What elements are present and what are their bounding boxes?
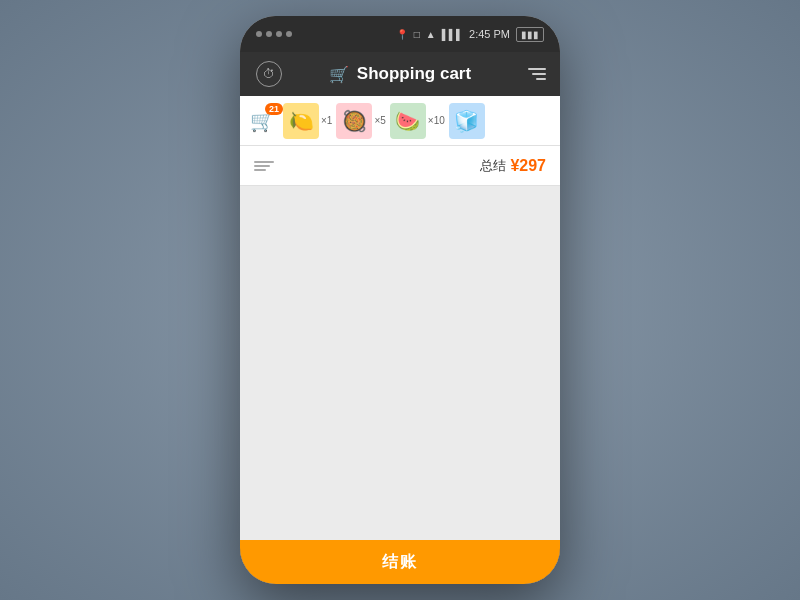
cart-count-wrapper: 🛒 21 (250, 109, 275, 133)
total-amount: 297 (519, 157, 546, 174)
sort-line-1 (254, 161, 274, 163)
total-price: ¥297 (510, 157, 546, 175)
message-icon: □ (414, 29, 420, 40)
currency-symbol: ¥ (510, 157, 519, 174)
status-right: 📍 □ ▲ ▌▌▌ 2:45 PM ▮▮▮ (396, 27, 544, 42)
sort-icon[interactable] (254, 161, 274, 171)
status-dots (256, 31, 292, 37)
product-item-3[interactable]: 🍉 ×10 (390, 103, 449, 139)
checkout-button-label: 结账 (382, 552, 418, 573)
clock-icon: ⏱ (263, 67, 275, 81)
location-icon: 📍 (396, 29, 408, 40)
back-button[interactable]: ⏱ (254, 59, 284, 89)
total-label: 总结 (480, 157, 506, 175)
product-img-3: 🍉 (390, 103, 426, 139)
product-qty-2: ×5 (374, 115, 385, 126)
signal-icon: ▌▌▌ (442, 29, 463, 40)
menu-line-2 (532, 73, 546, 75)
page-title: Shopping cart (357, 64, 471, 84)
product-item-1[interactable]: 🍋 ×1 (283, 103, 336, 139)
signal-dot-3 (276, 31, 282, 37)
checkout-bar: 总结 ¥297 (240, 146, 560, 186)
status-bar: 📍 □ ▲ ▌▌▌ 2:45 PM ▮▮▮ (240, 16, 560, 52)
product-thumb-3: 🍉 (390, 103, 426, 139)
checkout-button[interactable]: 结账 (240, 540, 560, 584)
nav-cart-icon: 🛒 (329, 65, 349, 84)
product-qty-3: ×10 (428, 115, 445, 126)
back-circle: ⏱ (256, 61, 282, 87)
product-thumb-2: 🥘 (336, 103, 372, 139)
menu-line-1 (528, 68, 546, 70)
phone-frame: 📍 □ ▲ ▌▌▌ 2:45 PM ▮▮▮ ⏱ 🛒 Shopping cart … (240, 16, 560, 584)
signal-dot-4 (286, 31, 292, 37)
signal-dot-1 (256, 31, 262, 37)
product-thumb-4: 🧊 (449, 103, 485, 139)
battery-icon: ▮▮▮ (516, 27, 544, 42)
product-img-4: 🧊 (449, 103, 485, 139)
cart-summary-bar: 🛒 21 🍋 ×1 🥘 ×5 🍉 ×10 (240, 96, 560, 146)
sort-line-3 (254, 169, 266, 171)
product-img-1: 🍋 (283, 103, 319, 139)
content-area (240, 186, 560, 540)
menu-button[interactable] (516, 59, 546, 89)
time-display: 2:45 PM (469, 28, 510, 40)
cart-badge: 21 (265, 103, 283, 115)
signal-dot-2 (266, 31, 272, 37)
product-thumb-1: 🍋 (283, 103, 319, 139)
wifi-icon: ▲ (426, 29, 436, 40)
product-thumbnails: 🍋 ×1 🥘 ×5 🍉 ×10 🧊 (283, 103, 550, 139)
menu-line-3 (536, 78, 546, 80)
product-img-2: 🥘 (336, 103, 372, 139)
nav-title-area: 🛒 Shopping cart (284, 64, 516, 84)
nav-bar: ⏱ 🛒 Shopping cart (240, 52, 560, 96)
sort-line-2 (254, 165, 270, 167)
product-item-2[interactable]: 🥘 ×5 (336, 103, 389, 139)
product-item-4[interactable]: 🧊 (449, 103, 485, 139)
product-qty-1: ×1 (321, 115, 332, 126)
